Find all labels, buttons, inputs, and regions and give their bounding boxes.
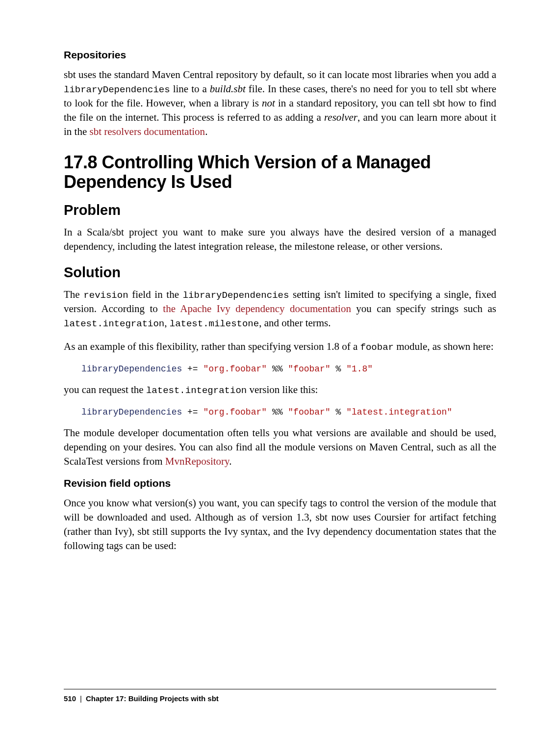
code-op: +=	[182, 407, 203, 417]
code-keyword: libraryDependencies	[81, 407, 182, 417]
text: , and other terms.	[259, 317, 331, 329]
paragraph: sbt uses the standard Maven Central repo…	[64, 68, 496, 139]
text: As an example of this flexibility, rathe…	[64, 341, 360, 352]
text: sbt uses the standard Maven Central repo…	[64, 69, 496, 80]
inline-code: revision	[83, 290, 128, 301]
text: .	[229, 455, 231, 467]
paragraph: you can request the latest.integration v…	[64, 383, 496, 397]
code-op: %	[331, 407, 346, 417]
text: The	[64, 289, 83, 300]
code-string: "1.8"	[346, 364, 373, 374]
code-string: "foobar"	[288, 364, 330, 374]
page-footer: 510|Chapter 17: Building Projects with s…	[64, 689, 496, 703]
code-string: "foobar"	[288, 407, 330, 417]
text: field in the	[128, 289, 183, 300]
inline-code: latest.milestone	[170, 318, 259, 329]
code-keyword: libraryDependencies	[81, 364, 182, 374]
inline-code: foobar	[360, 342, 394, 353]
heading-revision-field-options: Revision field options	[64, 477, 496, 489]
inline-code: libraryDependencies	[183, 290, 289, 301]
page-number: 510	[64, 694, 76, 703]
text: you can specify strings such as	[351, 303, 496, 315]
heading-solution: Solution	[64, 264, 496, 281]
italic-text: not	[262, 97, 275, 109]
link-mvnrepository[interactable]: MvnRepository	[165, 455, 229, 467]
paragraph: The revision field in the libraryDepende…	[64, 288, 496, 330]
heading-repositories: Repositories	[64, 49, 496, 61]
paragraph: As an example of this flexibility, rathe…	[64, 340, 496, 354]
inline-code: latest.integration	[146, 385, 247, 396]
text: ,	[164, 317, 170, 329]
heading-section-17-8: 17.8 Controlling Which Version of a Mana…	[64, 153, 496, 191]
code-block: libraryDependencies += "org.foobar" %% "…	[81, 406, 496, 419]
code-string: "org.foobar"	[203, 364, 267, 374]
paragraph: Once you know what version(s) you want, …	[64, 496, 496, 553]
chapter-title: Chapter 17: Building Projects with sbt	[86, 694, 219, 703]
code-op: %	[331, 364, 346, 374]
heading-problem: Problem	[64, 202, 496, 218]
text: .	[205, 126, 207, 137]
code-string: "latest.integration"	[346, 407, 452, 417]
paragraph: The module developer documentation often…	[64, 426, 496, 469]
code-block: libraryDependencies += "org.foobar" %% "…	[81, 363, 496, 376]
text: version like this:	[247, 384, 318, 395]
text: line to a	[170, 83, 210, 95]
italic-text: build.sbt	[210, 83, 246, 95]
code-op: +=	[182, 364, 203, 374]
page: Repositories sbt uses the standard Maven…	[0, 0, 560, 736]
paragraph: In a Scala/sbt project you want to make …	[64, 225, 496, 254]
code-string: "org.foobar"	[203, 407, 267, 417]
text: The module developer documentation often…	[64, 427, 496, 467]
italic-text: resolver	[324, 111, 357, 123]
code-op: %%	[267, 364, 288, 374]
link-apache-ivy[interactable]: the Apache Ivy dependency documentation	[163, 303, 351, 315]
inline-code: libraryDependencies	[64, 84, 170, 95]
text: module, as shown here:	[394, 341, 494, 352]
link-sbt-resolvers[interactable]: sbt resolvers documentation	[90, 126, 205, 137]
inline-code: latest.integration	[64, 318, 164, 329]
footer-separator: |	[80, 694, 82, 703]
code-op: %%	[267, 407, 288, 417]
text: you can request the	[64, 384, 146, 395]
